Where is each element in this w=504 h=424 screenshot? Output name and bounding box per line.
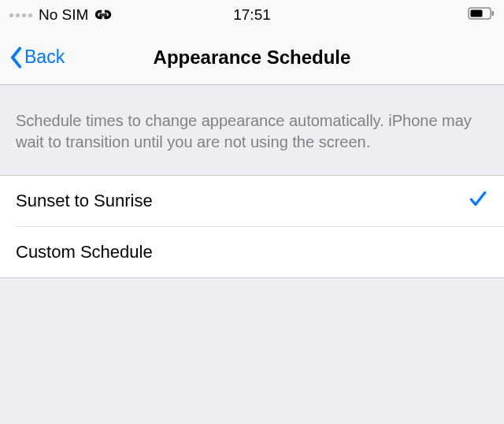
chevron-left-icon xyxy=(9,46,23,69)
option-label: Custom Schedule xyxy=(16,242,153,262)
option-sunset-to-sunrise[interactable]: Sunset to Sunrise xyxy=(0,176,504,226)
checkmark-icon xyxy=(468,188,488,214)
signal-dots-icon xyxy=(9,13,32,17)
svg-rect-2 xyxy=(492,11,495,16)
nav-bar: Back Appearance Schedule xyxy=(0,30,504,85)
status-left: No SIM xyxy=(9,6,112,24)
svg-rect-1 xyxy=(471,10,483,17)
carrier-label: No SIM xyxy=(39,6,88,24)
status-bar: No SIM 17:51 xyxy=(0,0,504,30)
back-button[interactable]: Back xyxy=(9,46,65,69)
option-label: Sunset to Sunrise xyxy=(16,191,153,211)
status-right xyxy=(468,6,495,24)
battery-icon xyxy=(468,7,495,20)
options-list: Sunset to Sunrise Custom Schedule xyxy=(0,175,504,278)
page-title: Appearance Schedule xyxy=(0,46,504,69)
option-custom-schedule[interactable]: Custom Schedule xyxy=(0,227,504,277)
personal-hotspot-icon xyxy=(94,9,112,20)
section-description: Schedule times to change appearance auto… xyxy=(0,85,504,175)
back-label: Back xyxy=(24,46,65,68)
